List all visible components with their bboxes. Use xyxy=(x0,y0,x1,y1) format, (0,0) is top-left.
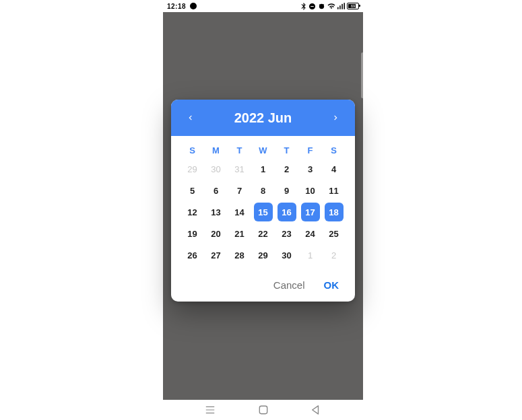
day-number: 22 xyxy=(258,229,267,239)
weekday-4: T xyxy=(275,141,298,158)
day-cell[interactable]: 18 xyxy=(322,201,346,223)
day-cell[interactable]: 1 xyxy=(251,158,275,180)
next-month-button[interactable] xyxy=(327,108,346,127)
day-cell[interactable]: 22 xyxy=(251,223,275,244)
signal-icon xyxy=(337,3,345,9)
day-cell[interactable]: 19 xyxy=(181,223,204,244)
day-number: 2 xyxy=(284,164,289,174)
weekday-3: W xyxy=(251,141,275,158)
chevron-left-icon xyxy=(185,113,195,123)
week-row: 19202122232425 xyxy=(181,223,346,244)
day-cell[interactable]: 16 xyxy=(275,201,298,223)
svg-rect-1 xyxy=(339,5,341,9)
day-cell[interactable]: 26 xyxy=(181,244,204,266)
svg-rect-2 xyxy=(341,4,343,9)
date-picker-dialog: 2022 Jun SMTWTFS 29303112345678910111213… xyxy=(171,100,355,302)
day-number: 15 xyxy=(258,207,267,217)
day-number: 13 xyxy=(211,207,220,217)
day-number: 19 xyxy=(187,229,197,239)
scrollbar-thumb[interactable] xyxy=(361,53,363,98)
ok-button[interactable]: OK xyxy=(324,279,339,291)
day-cell[interactable]: 12 xyxy=(181,201,204,223)
day-number: 7 xyxy=(237,186,242,196)
day-cell[interactable]: 27 xyxy=(204,244,228,266)
status-bar: 12:18 69 xyxy=(163,0,363,12)
day-number: 27 xyxy=(211,250,220,260)
recents-button[interactable] xyxy=(204,404,216,416)
weekday-0: S xyxy=(181,141,204,158)
day-number: 9 xyxy=(284,186,289,196)
back-button[interactable] xyxy=(310,404,322,416)
day-number: 6 xyxy=(214,186,218,196)
day-number: 30 xyxy=(282,250,291,260)
day-cell[interactable]: 14 xyxy=(228,201,251,223)
day-number: 12 xyxy=(187,207,197,217)
android-nav-bar xyxy=(163,400,363,420)
day-cell[interactable]: 23 xyxy=(275,223,298,244)
day-cell[interactable]: 29 xyxy=(181,158,204,180)
svg-rect-4 xyxy=(259,406,267,413)
day-cell[interactable]: 24 xyxy=(298,223,322,244)
day-number: 1 xyxy=(261,164,265,174)
day-number: 29 xyxy=(258,250,267,260)
day-cell[interactable]: 25 xyxy=(322,223,346,244)
day-number: 31 xyxy=(234,164,244,174)
camera-hole xyxy=(190,3,197,9)
svg-rect-3 xyxy=(344,3,345,9)
day-cell[interactable]: 31 xyxy=(228,158,251,180)
dnd-icon xyxy=(308,3,316,10)
day-cell[interactable]: 28 xyxy=(228,244,251,266)
battery-icon: 69 xyxy=(347,3,359,9)
week-row: 262728293012 xyxy=(181,244,346,266)
day-number: 16 xyxy=(282,207,291,217)
day-number: 1 xyxy=(308,250,313,260)
day-number: 8 xyxy=(261,186,265,196)
day-cell[interactable]: 1 xyxy=(298,244,322,266)
day-cell[interactable]: 6 xyxy=(204,180,228,201)
device-frame: 12:18 69 xyxy=(163,0,363,400)
prev-month-button[interactable] xyxy=(181,108,199,127)
day-number: 10 xyxy=(305,186,315,196)
day-cell[interactable]: 13 xyxy=(204,201,228,223)
date-picker-header: 2022 Jun xyxy=(171,100,355,136)
day-cell[interactable]: 15 xyxy=(251,201,275,223)
weekday-2: T xyxy=(228,141,251,158)
day-number: 14 xyxy=(234,207,244,217)
day-cell[interactable]: 5 xyxy=(181,180,204,201)
day-cell[interactable]: 3 xyxy=(298,158,322,180)
day-cell[interactable]: 30 xyxy=(275,244,298,266)
day-cell[interactable]: 2 xyxy=(275,158,298,180)
day-number: 3 xyxy=(308,164,313,174)
day-number: 11 xyxy=(329,186,338,196)
day-cell[interactable]: 8 xyxy=(251,180,275,201)
day-number: 18 xyxy=(329,207,338,217)
home-button[interactable] xyxy=(257,404,269,416)
day-cell[interactable]: 10 xyxy=(298,180,322,201)
day-cell[interactable]: 29 xyxy=(251,244,275,266)
current-month-label: 2022 Jun xyxy=(234,110,292,126)
week-row: 2930311234 xyxy=(181,158,346,180)
day-cell[interactable]: 17 xyxy=(298,201,322,223)
back-icon xyxy=(311,405,321,415)
day-number: 5 xyxy=(190,186,195,196)
cancel-button[interactable]: Cancel xyxy=(273,279,305,291)
day-number: 17 xyxy=(305,207,315,217)
day-cell[interactable]: 7 xyxy=(228,180,251,201)
chevron-right-icon xyxy=(331,113,341,123)
day-cell[interactable]: 11 xyxy=(322,180,346,201)
day-cell[interactable]: 30 xyxy=(204,158,228,180)
wifi-icon xyxy=(327,3,335,9)
day-number: 26 xyxy=(187,250,197,260)
week-row: 12131415161718 xyxy=(181,201,346,223)
day-number: 25 xyxy=(329,229,338,239)
day-cell[interactable]: 4 xyxy=(322,158,346,180)
status-time: 12:18 xyxy=(167,3,186,10)
stage: 12:18 69 xyxy=(0,0,522,420)
day-cell[interactable]: 21 xyxy=(228,223,251,244)
day-cell[interactable]: 2 xyxy=(322,244,346,266)
day-cell[interactable]: 20 xyxy=(204,223,228,244)
day-cell[interactable]: 9 xyxy=(275,180,298,201)
day-number: 29 xyxy=(187,164,197,174)
day-number: 28 xyxy=(234,250,244,260)
alarm-icon xyxy=(318,3,325,10)
